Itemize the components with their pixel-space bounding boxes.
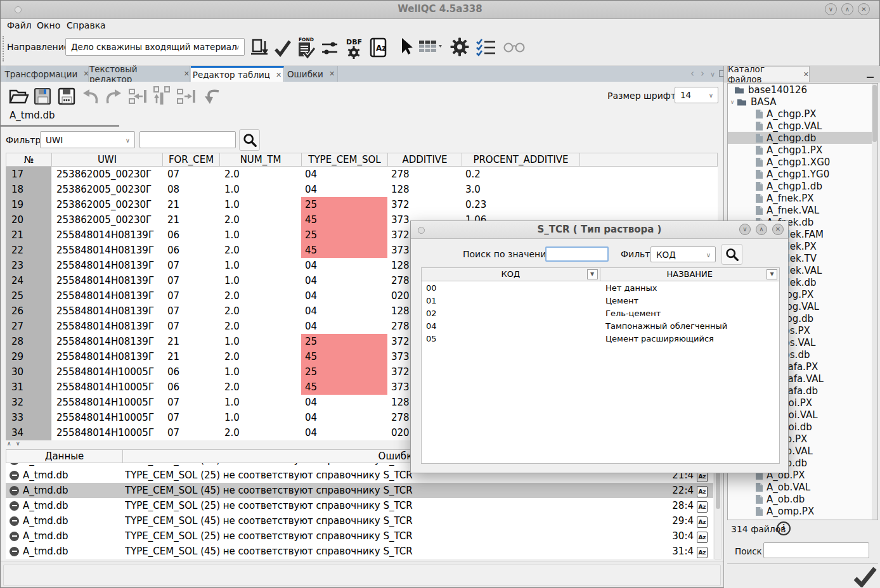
row-number-cell[interactable]: 24: [6, 273, 51, 288]
close-icon[interactable]: ✕: [858, 3, 870, 15]
close-icon[interactable]: ✕: [184, 70, 190, 78]
cell-additive[interactable]: 278: [387, 167, 462, 182]
tab-file-catalog[interactable]: Каталог файлов ✕: [727, 66, 810, 82]
cell-for-cem[interactable]: 07: [162, 425, 219, 440]
cell-for-cem[interactable]: 07: [162, 167, 219, 182]
close-icon[interactable]: ✕: [329, 70, 335, 78]
cell-num-tm[interactable]: 2.0: [219, 319, 301, 334]
cell-type-cem-sol[interactable]: 25: [301, 364, 387, 380]
cell-uwi[interactable]: 255848014Н08139Г: [51, 258, 162, 273]
row-number-cell[interactable]: 22: [6, 243, 51, 258]
dialog-search-button[interactable]: [721, 244, 742, 265]
splitter-down-icon[interactable]: ∨: [16, 440, 20, 447]
col-header-number[interactable]: №: [6, 153, 52, 166]
row-number-cell[interactable]: 25: [6, 288, 51, 304]
column-left-icon[interactable]: [127, 87, 148, 108]
tab-scroll-left-icon[interactable]: ‹: [690, 66, 694, 82]
cell-type-cem-sol[interactable]: 04: [301, 288, 387, 304]
scrollbar-thumb[interactable]: [716, 470, 720, 509]
cell-num-tm[interactable]: 2.0: [219, 304, 301, 319]
az-dictionary-icon[interactable]: Az: [369, 37, 388, 61]
cell-type-cem-sol[interactable]: 45: [301, 212, 387, 227]
col-header-for-cem[interactable]: FOR_CEM: [163, 153, 220, 166]
save-as-icon[interactable]: [56, 86, 77, 109]
cell-procent-additive[interactable]: 0.2: [462, 167, 579, 182]
panel-minimize-icon[interactable]: [867, 77, 874, 78]
tree-folder-item[interactable]: ∨BASA: [728, 96, 877, 108]
redo-icon[interactable]: [104, 87, 123, 108]
cell-type-cem-sol[interactable]: 04: [301, 258, 387, 273]
az-reference-icon[interactable]: Az: [697, 486, 708, 497]
cell-for-cem[interactable]: 06: [162, 227, 219, 243]
cell-for-cem[interactable]: 08: [162, 182, 219, 197]
close-icon[interactable]: ✕: [803, 70, 809, 79]
tree-file-item[interactable]: A_omp.PX: [728, 505, 877, 517]
col-header-num-tm[interactable]: NUM_TM: [220, 153, 302, 166]
row-number-cell[interactable]: 21: [6, 227, 51, 243]
cell-num-tm[interactable]: 2.0: [219, 288, 301, 304]
cell-num-tm[interactable]: 1.0: [219, 410, 301, 425]
cell-num-tm[interactable]: 2.0: [219, 349, 301, 364]
table-columns-icon[interactable]: [418, 39, 443, 58]
minimize-icon[interactable]: ∨: [739, 224, 751, 235]
row-number-cell[interactable]: 30: [6, 364, 51, 380]
info-icon[interactable]: i: [777, 521, 791, 535]
tab-scroll-right-icon[interactable]: ›: [701, 66, 704, 82]
apply-check-icon[interactable]: [273, 37, 292, 60]
maximize-icon[interactable]: ∧: [841, 3, 853, 15]
cell-uwi[interactable]: 255848014Н08139Г: [51, 243, 162, 258]
cell-for-cem[interactable]: 07: [162, 273, 219, 288]
dialog-row[interactable]: 00Нет данных: [422, 281, 779, 294]
cell-type-cem-sol[interactable]: 45: [301, 243, 387, 258]
close-icon[interactable]: ✕: [83, 70, 89, 78]
cell-uwi[interactable]: 253862005_00230Г: [51, 212, 162, 227]
dialog-cell-name[interactable]: Цемент: [601, 296, 779, 305]
cell-for-cem[interactable]: 21: [162, 212, 219, 227]
cell-num-tm[interactable]: 2.0: [219, 425, 301, 440]
error-scrollbar[interactable]: [715, 464, 721, 559]
dialog-cell-code[interactable]: 01: [422, 296, 601, 305]
dialog-cell-code[interactable]: 05: [422, 334, 601, 343]
row-number-cell[interactable]: 32: [6, 395, 51, 410]
dialog-search-input[interactable]: [545, 246, 609, 262]
checklist-icon[interactable]: [475, 37, 498, 60]
scrollbar-thumb[interactable]: [872, 85, 877, 142]
close-icon[interactable]: ✕: [772, 224, 784, 235]
cell-uwi[interactable]: 255848014Н10005Г: [51, 410, 162, 425]
dialog-row[interactable]: 01Цемент: [422, 294, 779, 307]
error-row[interactable]: A_tmd.dbTYPE_CEM_SOL (25) не соответству…: [6, 498, 713, 513]
cell-for-cem[interactable]: 21: [162, 349, 219, 364]
revert-icon[interactable]: [201, 86, 221, 109]
tree-file-item[interactable]: A_chgp.PX: [728, 108, 877, 120]
dialog-filter-combobox[interactable]: КОД ∨: [650, 246, 716, 262]
cell-for-cem[interactable]: 07: [162, 395, 219, 410]
col-header-type-cem-sol[interactable]: TYPE_CEM_SOL: [302, 153, 388, 166]
cell-uwi[interactable]: 255848014Н08139Г: [51, 227, 162, 243]
cell-num-tm[interactable]: 2.0: [219, 212, 301, 227]
cell-uwi[interactable]: 255848014Н08139Г: [51, 304, 162, 319]
cell-num-tm[interactable]: 1.0: [219, 364, 301, 380]
cell-for-cem[interactable]: 07: [162, 258, 219, 273]
tree-file-item[interactable]: A_ob.db: [728, 493, 877, 505]
row-number-cell[interactable]: 28: [6, 334, 51, 349]
row-number-cell[interactable]: 27: [6, 319, 51, 334]
cell-num-tm[interactable]: 2.0: [219, 380, 301, 395]
error-col-data[interactable]: Данные: [6, 450, 123, 463]
tree-folder-item[interactable]: base140126: [728, 84, 877, 96]
cell-uwi[interactable]: 253862005_00230Г: [51, 182, 162, 197]
tree-file-item[interactable]: A_chgp1.db: [728, 180, 877, 192]
filter-search-input[interactable]: [139, 131, 236, 148]
cell-uwi[interactable]: 255848014Н08139Г: [51, 334, 162, 349]
row-number-cell[interactable]: 26: [6, 304, 51, 319]
dialog-row[interactable]: 02Гель-цемент: [422, 307, 779, 319]
row-number-cell[interactable]: 19: [6, 197, 51, 212]
tab-list-icon[interactable]: ∨: [710, 67, 715, 82]
row-number-cell[interactable]: 29: [6, 349, 51, 364]
save-icon[interactable]: [32, 86, 53, 109]
az-reference-icon[interactable]: Az: [697, 532, 708, 543]
tab-errors[interactable]: Ошибки✕: [285, 66, 338, 82]
tree-file-item[interactable]: A_chgp.db: [728, 132, 877, 144]
az-reference-icon[interactable]: Az: [697, 516, 708, 528]
open-folder-icon[interactable]: [8, 86, 30, 109]
cell-additive[interactable]: 128: [387, 182, 462, 197]
